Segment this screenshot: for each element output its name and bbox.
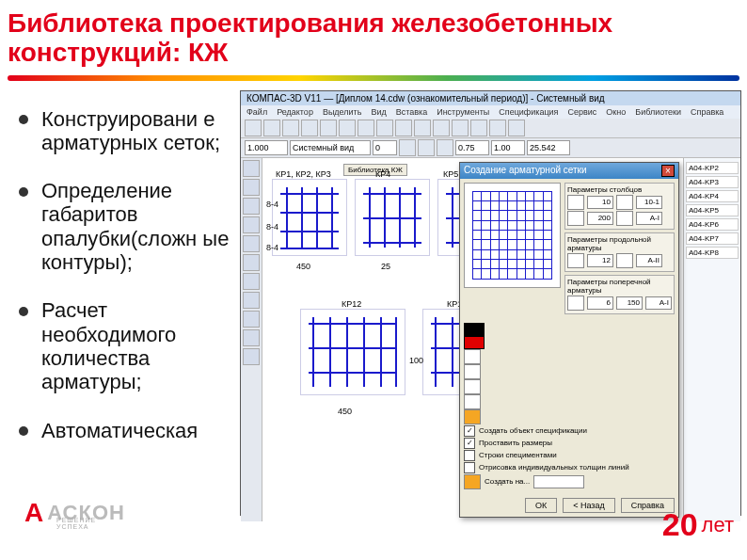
color-swatch[interactable] — [464, 323, 485, 336]
toolbar-icon[interactable] — [433, 120, 450, 136]
view-select[interactable]: Системный вид — [290, 140, 371, 155]
linewidth-input[interactable]: 0.75 — [455, 140, 489, 155]
toolbar-icon[interactable] — [489, 120, 506, 136]
rebar-icon[interactable] — [567, 195, 584, 210]
toolbar-icon[interactable] — [508, 120, 525, 136]
class-input[interactable]: A-I — [645, 296, 672, 310]
diameter-input[interactable]: 12 — [587, 254, 613, 267]
menu-item[interactable]: Выделить — [323, 107, 362, 117]
menu-bar[interactable]: Файл Редактор Выделить Вид Вставка Инстр… — [241, 105, 740, 119]
toolbar-icon[interactable] — [470, 120, 487, 136]
toolbar-icon[interactable] — [245, 120, 262, 136]
checkbox[interactable]: ✓ — [464, 438, 475, 449]
group-title: Параметры поперечной арматуры — [567, 278, 672, 295]
toolbar-icon[interactable] — [399, 139, 416, 156]
logo-subtitle: РЕШЕНИЕ УСПЕХА — [56, 517, 125, 530]
close-icon[interactable]: × — [661, 165, 675, 177]
toolbar-icon[interactable] — [414, 120, 431, 136]
step-input[interactable]: 150 — [616, 296, 643, 310]
menu-item[interactable]: Файл — [246, 107, 267, 117]
tool-icon[interactable] — [243, 198, 260, 215]
color-swatch[interactable] — [464, 336, 485, 349]
toolbar-icon[interactable] — [320, 120, 337, 136]
layer-icon[interactable] — [464, 474, 481, 489]
checkbox[interactable] — [464, 450, 475, 461]
class-input[interactable]: A-II — [636, 254, 662, 267]
dim-text: 25 — [381, 262, 390, 271]
rebar-icon[interactable] — [616, 211, 633, 226]
list-item[interactable]: A04-KP2 — [686, 162, 739, 174]
checkbox[interactable]: ✓ — [464, 425, 475, 437]
list-item[interactable]: A04-KP5 — [686, 204, 739, 216]
tool-icon[interactable] — [243, 235, 260, 252]
menu-item[interactable]: Инструменты — [437, 107, 489, 117]
rebar-icon[interactable] — [567, 211, 584, 226]
toolbar-row-1[interactable] — [241, 119, 740, 138]
list-item[interactable]: A04-KP4 — [686, 190, 739, 202]
toolbar-icon[interactable] — [358, 120, 374, 136]
toolbar-icon[interactable] — [282, 120, 299, 136]
tool-icon[interactable] — [243, 311, 260, 328]
list-item[interactable]: A04-KP8 — [686, 247, 739, 259]
tool-icon[interactable] — [243, 179, 260, 196]
toolbar-icon[interactable] — [339, 120, 356, 136]
rebar-icon[interactable] — [567, 296, 584, 311]
vertical-toolbar[interactable] — [241, 158, 262, 521]
linetype-icon[interactable] — [464, 364, 481, 379]
layer-select[interactable] — [533, 475, 584, 488]
element-list-panel[interactable]: A04-KP2 A04-KP3 A04-KP4 A04-KP5 A04-KP6 … — [683, 158, 740, 521]
menu-item[interactable]: Спецификация — [499, 107, 558, 117]
linewidth-input[interactable]: 1.00 — [491, 140, 525, 155]
count-input[interactable]: 10 — [587, 196, 613, 209]
toolbar-icon[interactable] — [452, 120, 469, 136]
dim-text: 8-4 — [266, 222, 278, 232]
list-item[interactable]: A04-KP6 — [686, 218, 739, 231]
layer-input[interactable]: 0 — [373, 140, 397, 155]
ok-button[interactable]: ОК — [525, 498, 557, 513]
back-button[interactable]: < Назад — [563, 498, 615, 513]
tool-icon[interactable] — [243, 216, 260, 233]
rebar-icon[interactable] — [567, 253, 584, 268]
tool-icon[interactable] — [243, 292, 260, 309]
menu-item[interactable]: Редактор — [277, 107, 313, 117]
toolbar-icon[interactable] — [395, 120, 412, 136]
toolbar-icon[interactable] — [263, 120, 280, 136]
mesh-preview — [464, 183, 561, 288]
checkbox[interactable] — [464, 462, 475, 473]
toolbar-row-2[interactable]: 1.000 Системный вид 0 0.75 1.00 25.542 — [241, 138, 740, 158]
tool-icon[interactable] — [243, 348, 260, 365]
menu-item[interactable]: Вставка — [396, 107, 427, 117]
tool-icon[interactable] — [243, 329, 260, 346]
linetype-icon[interactable] — [464, 394, 481, 409]
toolbar-icon[interactable] — [376, 120, 393, 136]
coord-input[interactable]: 25.542 — [527, 140, 570, 155]
step-input[interactable]: 200 — [587, 212, 613, 225]
dialog-titlebar[interactable]: Создание арматурной сетки × — [460, 163, 678, 179]
menu-item[interactable]: Вид — [371, 107, 386, 117]
group-title: Параметры столбцов — [567, 185, 672, 194]
tool-icon[interactable] — [243, 160, 260, 177]
list-item[interactable]: A04-KP7 — [686, 232, 739, 245]
menu-item[interactable]: Окно — [606, 107, 626, 117]
toolbar-icon[interactable] — [418, 139, 435, 156]
menu-item[interactable]: Справка — [691, 107, 723, 117]
menu-item[interactable]: Библиотеки — [635, 107, 681, 117]
tool-icon[interactable] — [243, 273, 260, 290]
toolbar-icon[interactable] — [301, 120, 318, 136]
diameter-input[interactable]: 6 — [587, 296, 613, 310]
check-label: Создать объект спецификации — [479, 426, 587, 435]
toolbar-icon[interactable] — [437, 139, 453, 156]
rebar-icon[interactable] — [616, 195, 633, 210]
linetype-icon[interactable] — [464, 379, 481, 394]
list-item[interactable]: A04-KP3 — [686, 176, 739, 188]
diameter-input[interactable]: 10-1 — [636, 196, 662, 209]
rebar-icon[interactable] — [616, 253, 633, 268]
linetype-icon[interactable] — [464, 349, 481, 364]
rebar-sketch — [272, 179, 347, 256]
hatch-icon[interactable] — [464, 409, 481, 424]
class-input[interactable]: A-I — [636, 212, 662, 225]
drawing-canvas[interactable]: Библиотека КЖ КР1, КР2, КР3 КР4 КР5 — [262, 158, 683, 521]
tool-icon[interactable] — [243, 254, 260, 271]
menu-item[interactable]: Сервис — [568, 107, 597, 117]
scale-input[interactable]: 1.000 — [245, 140, 288, 155]
